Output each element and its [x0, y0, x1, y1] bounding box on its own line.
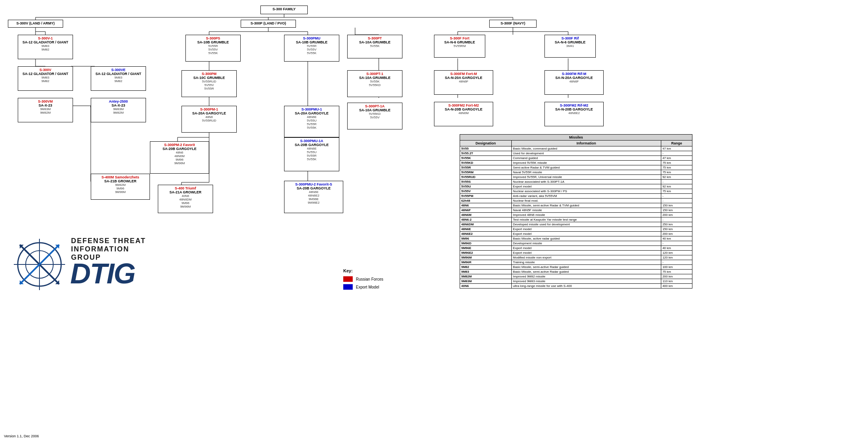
key-label-export: Export Model [356, 285, 379, 289]
missile-range: 200 km [661, 232, 692, 236]
node-s300pmu1a: S-300PMU-1A SA-20B GARGOYLE 48N6E5V55U5V… [284, 137, 339, 171]
node-s300fm-rifm-body: SA-N-20A GARGOYLE [546, 76, 602, 80]
missile-range: 40 km [661, 246, 692, 251]
node-s300fm2-rifm2: S-300FM2 Rif-M2 SA-N-20B GARGOYLE 48N6E2 [544, 102, 604, 126]
node-s300v-1: S-300V-1 SA-12 GLADIATOR / GIANT 9M839M8… [18, 35, 73, 59]
missile-designation: 62h48 [460, 199, 512, 203]
missile-info: Modified missile non-export [512, 255, 661, 260]
node-s300pmu: S-300PMU SA-10B GRUMBLE 5V55R5V55V5V55K [284, 35, 339, 62]
missile-info: Developed missile used for development [512, 222, 661, 227]
missile-range: 75 km [661, 170, 692, 175]
missile-designation: 48N6E2 [460, 232, 512, 236]
node-s400m-title: S-400M Samoderzhets [93, 175, 148, 179]
missile-info: Naval 48N5F missile [512, 208, 661, 213]
node-s300vm-title: S-300VM [20, 99, 71, 103]
node-s400: S-400 Triumf SA-21A GROWLER 40N648N6DM9M… [158, 185, 213, 213]
node-s300v-codes: 9M839M82 [20, 76, 71, 83]
node-s300p-header: S-300P (Land / PVO) [241, 20, 296, 28]
node-s300ve-title: S-300VE [93, 68, 144, 72]
missile-table: Missiles Designation Information Range 5… [460, 134, 692, 289]
missile-designation: 5V55RUD [460, 175, 512, 180]
node-s300ps-body: SA-10B GRUMBLE [187, 40, 239, 44]
missile-range: 120 km [661, 251, 692, 255]
missile-designation: 9M82 [460, 265, 512, 270]
node-s300pmu1-body: SA-20A GARGOYLE [286, 111, 337, 115]
missile-range: - [661, 199, 692, 203]
dtig-crosshair-icon [12, 237, 67, 292]
node-s300ps-codes: 5V55R5V55V5V55K [187, 44, 239, 55]
node-s300pmu1-codes: 48N6E5V55U5V55R5V55K [286, 115, 337, 129]
missile-info: Basic Missile, command guided [512, 146, 661, 151]
missile-range: 200 km [661, 274, 692, 279]
node-s300vm: S-300VM SA-X-23 9M83M9M82M [18, 98, 73, 122]
key-section: Key: Russian Forces Export Model [343, 268, 383, 292]
missile-range: 47 km [661, 146, 692, 151]
node-s300ve: S-300VE SA-12 GLADIATOR / GIANT 9M839M82 [91, 66, 146, 91]
node-s300f-rif-title: S-300F Rif [546, 36, 594, 40]
missile-info: ultra long-range missile for use with S-… [512, 284, 661, 289]
missile-designation: 9M83M [460, 279, 512, 284]
missile-info: Command guided [512, 156, 661, 161]
node-s300pm1-codes: 48N65V55RUD [183, 115, 235, 122]
node-s300pm: S-300PM SA-10C GRUMBLE 5V55RUD5V55V5V55R [181, 70, 237, 97]
node-s300fm2-title: S-300FM2 Fort-M2 [436, 103, 491, 107]
node-s300f-header-label: S-300F (Navy) [491, 21, 535, 25]
missile-info: Nuclear associated with S-300PT-1A [512, 180, 661, 184]
missile-info: Improved 9M82 missile [512, 274, 661, 279]
missile-range: 92 km [661, 175, 692, 180]
missile-info: Basic Missile, semi-active Radar & TVM g… [512, 203, 661, 208]
missile-range: - [661, 241, 692, 246]
node-s400m-codes: 9M82M9M969M96M [93, 183, 148, 194]
missile-info: Improved 9M83 missile [512, 279, 661, 284]
node-s300pmu1: S-300PMU-1 SA-20A GARGOYLE 48N6E5V55U5V5… [284, 106, 339, 137]
missile-range: 110 km [661, 279, 692, 284]
node-s400-codes: 40N648N6DM9M969M96M [160, 194, 211, 208]
missile-designation: 5V55U [460, 184, 512, 189]
missile-designation: 9M96E [460, 246, 512, 251]
missile-table-header-info: Information [512, 141, 661, 146]
node-s300vm-body: SA-X-23 [20, 103, 71, 107]
missile-range: 150 km [661, 203, 692, 208]
missile-info: Used for development [512, 151, 661, 156]
missile-designation: 48N6 [460, 203, 512, 208]
node-s300ve-codes: 9M839M82 [93, 76, 144, 83]
dtig-logo-letters: DTIG [70, 257, 135, 290]
missile-designation: 5V55KD [460, 161, 512, 165]
missile-designation: 5V55RM [460, 170, 512, 175]
node-s300pm2-title: S-300PM-2 Favorit [152, 143, 207, 147]
missile-designation: 5V55.2T [460, 151, 512, 156]
missile-designation: 9M96 [460, 236, 512, 241]
node-s300pmu-body: SA-10B GRUMBLE [286, 40, 337, 44]
missile-range: 120 km [661, 255, 692, 260]
node-s300pmu2-body: SA-20B GARGOYLE [286, 186, 341, 190]
missile-designation: 5V55V [460, 189, 512, 194]
missile-range: 75 km [661, 161, 692, 165]
dtig-line1: DEFENSE THREAT [71, 237, 146, 245]
missile-range: - [661, 260, 692, 265]
node-s300pmu1a-codes: 48N6E5V55U5V55R5V55K [286, 147, 337, 161]
node-s300f-fort-title: S-300F Fort [436, 36, 483, 40]
node-s300ps-title: S-300PS [187, 36, 239, 40]
node-s300fm: S-300FM Fort-M SA-N-20A GARGOYLE 48N6F [434, 70, 493, 95]
missile-info: Semi-active Radar & TVM guided [512, 165, 661, 170]
missile-designation: 5V55S [460, 180, 512, 184]
node-s300pt1-body: SA-10A GRUMBLE [349, 76, 400, 80]
missile-range: 75 km [661, 165, 692, 170]
missile-info: Anti-radar variant, aka 5V55VM [512, 194, 661, 199]
missile-designation: 40N6 [460, 284, 512, 289]
node-s300pt1a: S-300PT-1A SA-10A GRUMBLE 5V55KD5V55V [347, 103, 402, 129]
missile-table-title: Missiles [460, 135, 692, 141]
node-antey2500-codes: 9M83M9M82M [93, 107, 144, 114]
node-s300fm-rifm-codes: 48N6F [546, 80, 602, 83]
missile-info: Test missile at Kasputin Yar missile tes… [512, 217, 661, 222]
node-antey2500-body: SA-X-23 [93, 103, 144, 107]
node-s400-title: S-400 Triumf [160, 186, 211, 190]
missile-designation: 48N6M [460, 213, 512, 217]
node-s300f-fort: S-300F Fort SA-N-6 GRUMBLE 5V55RM [434, 35, 485, 58]
node-s300pm2: S-300PM-2 Favorit SA-20B GARGOYLE 48N648… [150, 141, 209, 174]
node-s400m: S-400M Samoderzhets SA-21B GROWLER 9M82M… [91, 174, 150, 200]
missile-range: 92 km [661, 184, 692, 189]
node-s300f-rif-body: SA-N-6 GRUMBLE [546, 40, 594, 44]
key-item-russian: Russian Forces [343, 276, 383, 282]
missile-range: - [661, 217, 692, 222]
